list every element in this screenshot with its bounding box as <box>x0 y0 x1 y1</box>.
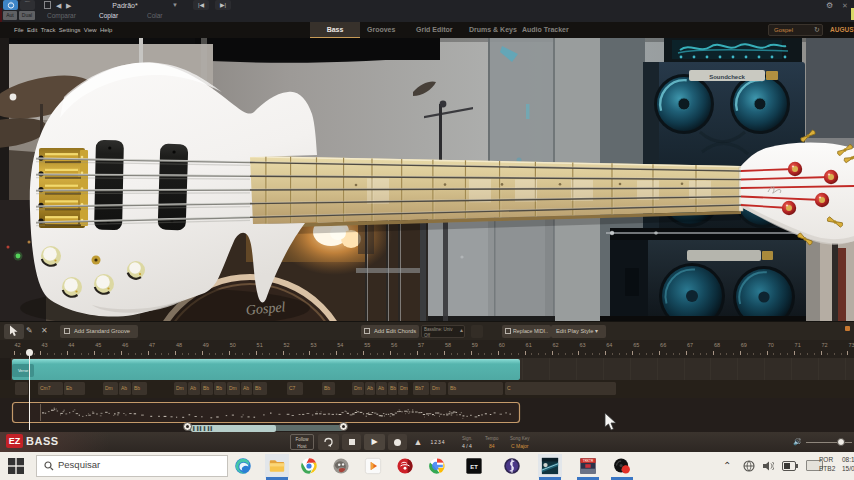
svg-text:ET: ET <box>470 464 478 470</box>
svg-text:TRKTR: TRKTR <box>583 459 594 463</box>
svg-text:Soundcheck: Soundcheck <box>709 74 745 80</box>
